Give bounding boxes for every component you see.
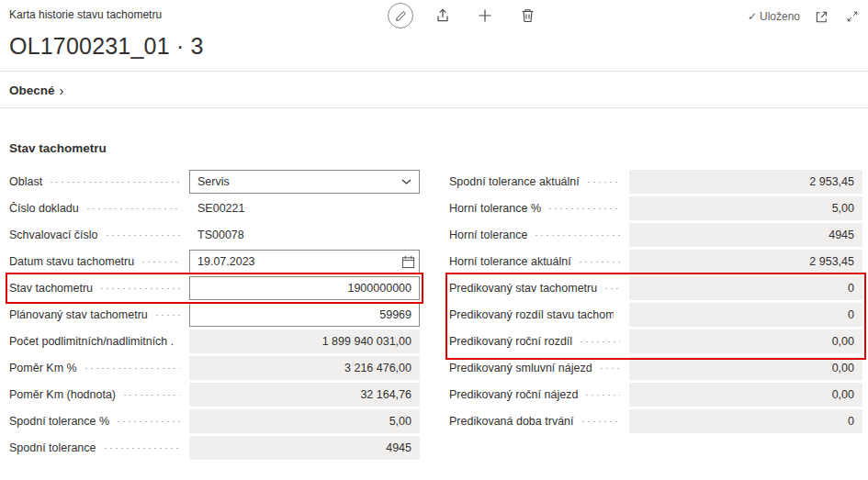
readonly-field-horni-tolerance: 4945 [629,223,862,247]
field-row-cislo-dokladu: Číslo dokladuSE00221 [9,196,420,220]
readonly-text-cislo-dokladu: SE00221 [189,196,420,220]
field-value: 0,00 [832,335,854,348]
readonly-field-pocet-podlimitnich-nadlimitnich: 1 899 940 031,00 [189,329,420,353]
field-row-horni-tolerance-aktualni: Horní tolerance aktuální2 953,45 [449,250,862,273]
input-stav-tachometru[interactable] [190,277,419,299]
dotted-leader [599,367,620,370]
select-value: Servis [197,175,401,188]
action-buttons [388,1,540,30]
field-label-text: Predikovaná doba trvání [449,415,574,428]
readonly-field-horni-tolerance-aktualni: 2 953,45 [629,250,862,273]
readonly-field-pomer-km-hodnota: 32 164,76 [189,383,420,407]
open-in-window-button[interactable] [811,6,831,27]
edit-button[interactable] [388,3,413,28]
field-columns: OblastServisČíslo dokladuSE00221Schvalov… [0,170,868,463]
field-label-text: Schvalovací číslo [9,229,98,241]
field-row-spodni-tolerance: Spodní tolerance4945 [9,436,420,460]
field-label: Oblast [9,175,189,188]
field-label: Predikovaný stav tachometru [449,282,629,295]
dotted-leader [603,287,620,290]
field-label: Počet podlimitních/nadlimitních ... [9,335,189,348]
input-field-planovany-stav-tachometru [189,303,420,327]
field-label-text: Predikovaný stav tachometru [449,282,597,295]
trash-icon [521,8,535,23]
dotted-leader [141,261,180,263]
share-button[interactable] [430,3,456,28]
calendar-icon[interactable] [397,251,419,273]
field-value: 5,00 [832,202,854,215]
field-label-text: Poměr Km (hodnota) [9,388,116,401]
field-row-stav-tachometru: Stav tachometru [9,276,420,300]
action-bar: Karta historie stavu tachometru [0,0,868,31]
field-label: Horní tolerance % [449,202,629,215]
field-label-text: Predikovaný roční nájezd [449,388,578,401]
field-column-left: OblastServisČíslo dokladuSE00221Schvalov… [9,170,420,463]
save-status-label: Uloženo [760,10,800,23]
field-value: 0,00 [832,388,854,401]
field-label-text: Stav tachometru [9,282,93,295]
dotted-leader [116,420,180,423]
divider [0,107,868,108]
plus-icon [478,8,492,23]
field-label: Predikovaný rozdíl stavu tachom... [449,308,629,321]
dotted-leader [84,367,180,370]
field-row-predikovana-doba-trvani: Predikovaná doba trvání0 [449,409,862,433]
select-oblast[interactable]: Servis [189,170,420,194]
check-icon: ✓ [748,10,757,23]
field-label: Číslo dokladu [9,202,189,215]
field-value: SE00221 [197,202,244,215]
field-value: 4945 [829,229,854,241]
readonly-field-predikovany-rocni-najezd: 0,00 [629,383,862,407]
pencil-icon [395,10,407,22]
divider [0,71,868,72]
readonly-text-schvalovaci-cislo: TS00078 [189,223,420,247]
fasttab-obecne[interactable]: Obecné › [9,84,64,97]
date-input-datum-stavu-tachometru[interactable] [190,251,397,273]
field-value: 1 899 940 031,00 [322,335,411,348]
field-label-text: Predikovaný smluvní nájezd [449,362,592,374]
field-label-text: Horní tolerance [449,229,527,241]
field-label: Predikovaný roční rozdíl [449,335,629,348]
dotted-leader [586,181,620,184]
dotted-leader [579,340,620,343]
input-planovany-stav-tachometru[interactable] [190,304,419,326]
field-value: 0 [848,308,854,321]
field-row-horni-tolerance: Horní tolerance4945 [449,223,862,247]
expand-button[interactable] [842,6,862,27]
field-label: Stav tachometru [9,282,189,295]
dotted-leader [122,394,180,396]
input-field-stav-tachometru [189,276,420,300]
section-heading-stav-tachometru: Stav tachometru [9,141,868,155]
save-status: ✓ Uloženo [748,10,800,23]
field-row-spodni-tolerance: Spodní tolerance %5,00 [9,409,420,433]
field-label-text: Poměr Km % [9,362,77,374]
field-row-datum-stavu-tachometru: Datum stavu tachometru [9,250,420,273]
field-label: Datum stavu tachometru [9,255,189,268]
readonly-field-predikovany-smluvni-najezd: 0,00 [629,356,862,380]
readonly-field-horni-tolerance: 5,00 [629,196,862,220]
field-label-text: Číslo dokladu [9,202,79,215]
field-row-predikovany-rozdil-stavu-tachom: Predikovaný rozdíl stavu tachom...0 [449,303,862,327]
field-value: 0 [848,415,854,428]
field-label: Spodní tolerance % [9,415,189,428]
field-row-predikovany-smluvni-najezd: Predikovaný smluvní nájezd0,00 [449,356,862,380]
field-label-text: Spodní tolerance [9,441,96,454]
field-label: Schvalovací číslo [9,229,189,241]
field-column-right: Spodní tolerance aktuální2 953,45Horní t… [449,170,862,463]
dotted-leader [154,314,180,317]
field-row-predikovany-stav-tachometru: Predikovaný stav tachometru0 [449,276,862,300]
field-label: Horní tolerance aktuální [449,255,629,268]
field-label-text: Oblast [9,175,42,188]
dotted-leader [85,207,180,210]
readonly-field-spodni-tolerance: 5,00 [189,409,420,433]
dotted-leader [49,181,180,184]
readonly-field-predikovany-rocni-rozdil: 0,00 [629,329,862,353]
share-icon [435,8,450,23]
field-value: 5,00 [389,415,411,428]
new-button[interactable] [472,3,498,28]
chevron-right-icon: › [60,84,64,97]
delete-button[interactable] [514,3,540,28]
field-value: 3 216 476,00 [344,362,411,374]
fasttab-obecne-label: Obecné [9,84,55,97]
field-label: Predikovaná doba trvání [449,415,629,428]
